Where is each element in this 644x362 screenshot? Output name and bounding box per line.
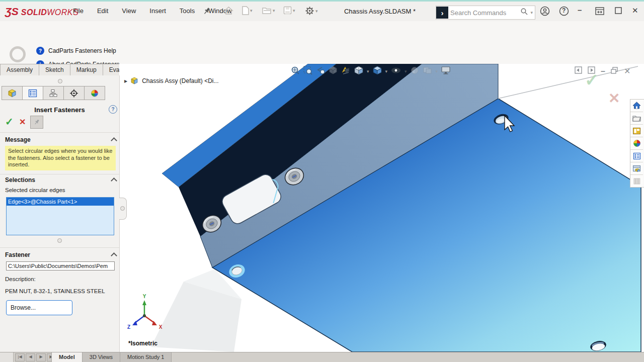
selections-section-header[interactable]: Selections: [5, 176, 35, 184]
selected-edges-listbox[interactable]: Edge<3>@Chassis Part<1>: [6, 197, 114, 235]
pin-menu-icon[interactable]: [202, 7, 211, 18]
message-section-header[interactable]: Message: [5, 136, 31, 143]
previous-study-button[interactable]: ◀: [26, 353, 35, 361]
fastener-section-header[interactable]: Fastener: [5, 251, 30, 258]
save-document-caret[interactable]: ▾: [293, 8, 295, 13]
3d-views-tab[interactable]: 3D Views: [83, 352, 120, 362]
tab-markup[interactable]: Markup: [70, 64, 103, 75]
menu-tools[interactable]: Tools: [180, 7, 195, 15]
open-document-icon[interactable]: ▾: [262, 7, 275, 15]
display-style-icon[interactable]: [372, 65, 383, 77]
options-gear-icon[interactable]: ▾: [305, 6, 318, 16]
options-gear-caret[interactable]: ▾: [315, 9, 318, 14]
fastener-description: PEM NUT, 8-32-1, STAINLESS STEEL: [5, 288, 105, 294]
menu-view[interactable]: View: [122, 7, 136, 15]
property-manager-tab[interactable]: [22, 86, 43, 100]
menu-file[interactable]: File: [73, 7, 84, 15]
open-document-caret[interactable]: ▾: [273, 8, 275, 13]
configuration-manager-tab[interactable]: [43, 86, 63, 100]
previous-view-icon[interactable]: [315, 65, 326, 77]
collapse-pane-left-icon[interactable]: [575, 66, 582, 76]
solidworks-resources-icon[interactable]: [630, 162, 643, 175]
assembly-icon: [130, 77, 139, 85]
search-input[interactable]: [448, 9, 520, 17]
ok-button[interactable]: ✓: [5, 116, 14, 128]
confirm-cancel-mark[interactable]: ✕: [608, 90, 620, 107]
tab-assembly[interactable]: Assembly: [0, 64, 39, 75]
feature-tree-root[interactable]: ▶ Chassis Assy (Default) <Di...: [124, 77, 219, 85]
new-document-icon[interactable]: ▾: [242, 6, 253, 15]
first-study-button[interactable]: |◀: [15, 353, 25, 361]
feature-manager-tab[interactable]: [2, 86, 22, 100]
menu-insert[interactable]: Insert: [149, 7, 166, 15]
fastener-path-input[interactable]: [6, 261, 115, 270]
design-library-folder-icon[interactable]: [630, 112, 643, 125]
selected-edge-item[interactable]: Edge<3>@Chassis Part<1>: [7, 198, 114, 206]
search-commands-box: › ▾: [436, 6, 535, 20]
triad-y-label: Y: [143, 294, 146, 299]
dimxpert-manager-tab[interactable]: [63, 86, 84, 100]
appearances-scenes-icon[interactable]: [630, 137, 643, 150]
hide-show-items-icon[interactable]: [390, 65, 402, 77]
property-panel-title: Insert Fasteners: [0, 106, 119, 114]
display-style-caret[interactable]: ▾: [385, 69, 388, 74]
motion-study-tab[interactable]: Motion Study 1: [120, 352, 172, 362]
hide-show-annotations-icon[interactable]: [341, 65, 351, 77]
browse-button[interactable]: Browse...: [6, 300, 72, 315]
maximize-window-button[interactable]: [614, 7, 622, 17]
keep-visible-pin-button[interactable]: [30, 116, 43, 129]
next-study-button[interactable]: ▶: [36, 353, 46, 361]
search-icon[interactable]: [520, 8, 528, 18]
home-toolbar-icon[interactable]: [224, 6, 233, 16]
restore-document-button[interactable]: [611, 67, 618, 76]
panel-help-icon[interactable]: ?: [109, 105, 117, 114]
model-viewport-canvas[interactable]: Y Z X: [119, 64, 644, 352]
tab-sketch[interactable]: Sketch: [39, 64, 70, 75]
library-books-icon[interactable]: [630, 175, 643, 187]
heads-up-view-toolbar: ▾ ▾ ▾ ▾: [290, 65, 451, 77]
file-explorer-icon[interactable]: [630, 125, 643, 137]
custom-properties-icon[interactable]: [630, 150, 643, 162]
minimize-window-button[interactable]: –: [578, 6, 582, 14]
task-pane-home-icon[interactable]: [630, 100, 643, 112]
model-tab[interactable]: Model: [51, 352, 83, 362]
description-label: Description:: [5, 276, 36, 282]
new-document-caret[interactable]: ▾: [250, 8, 253, 13]
zoom-to-area-icon[interactable]: [303, 65, 313, 77]
panel-splitter[interactable]: [119, 198, 127, 220]
cancel-button[interactable]: ✕: [19, 117, 26, 127]
edit-appearance-icon[interactable]: [410, 65, 420, 77]
fastener-collapse-chevron-icon[interactable]: [111, 252, 117, 259]
close-window-button[interactable]: ✕: [632, 6, 638, 15]
zoom-to-fit-icon[interactable]: [290, 65, 300, 77]
view-settings-icon[interactable]: [440, 65, 451, 77]
login-account-icon[interactable]: [539, 6, 550, 19]
study-tabs: Model 3D Views Motion Study 1: [51, 352, 172, 362]
study-nav-buttons: |◀ ◀ ▶ ▶|: [15, 353, 56, 361]
view-orientation-caret[interactable]: ▾: [367, 69, 369, 74]
cadparts-help-label: CadParts Fasteners Help: [48, 47, 116, 54]
hide-show-items-caret[interactable]: ▾: [405, 69, 407, 74]
section-divider: [0, 247, 119, 248]
cadparts-help-link[interactable]: ? CadParts Fasteners Help: [36, 47, 116, 55]
panel-splitter-grip[interactable]: [120, 206, 125, 211]
close-document-button[interactable]: ✕: [624, 66, 630, 76]
view-orientation-icon[interactable]: [353, 65, 364, 77]
minimize-document-button[interactable]: –: [601, 67, 605, 76]
panel-resize-grip[interactable]: [58, 79, 62, 83]
confirm-ok-mark[interactable]: ✓: [585, 70, 599, 90]
save-document-icon[interactable]: ▾: [283, 6, 295, 15]
help-icon[interactable]: ?: [558, 6, 570, 19]
listbox-resize-grip[interactable]: [57, 238, 62, 243]
menu-edit[interactable]: Edit: [97, 7, 108, 15]
section-view-icon[interactable]: [328, 65, 338, 77]
switch-windows-button[interactable]: [595, 7, 605, 18]
search-scope-caret[interactable]: ▾: [530, 10, 533, 15]
flyout-arrow-icon[interactable]: ▶: [124, 79, 127, 83]
graphics-area: Y Z X ▶ Chassis Assy (Default) <Di... ▾ …: [119, 64, 644, 352]
selections-collapse-chevron-icon[interactable]: [111, 177, 117, 184]
apply-scene-caret[interactable]: ▾: [436, 69, 438, 74]
message-collapse-chevron-icon[interactable]: [111, 137, 117, 144]
display-manager-tab[interactable]: [84, 86, 105, 100]
apply-scene-icon[interactable]: [422, 65, 433, 77]
